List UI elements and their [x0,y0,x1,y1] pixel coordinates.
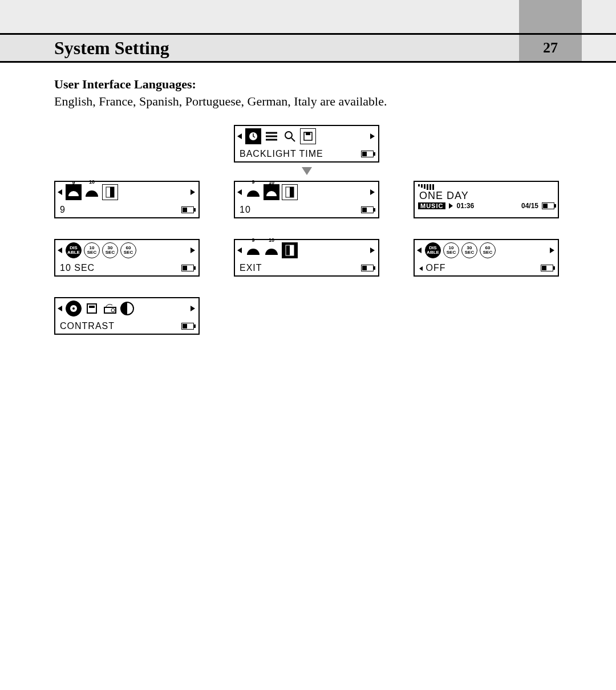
lcd-10sec: DIS ABLE 10 SEC 30 SEC 60 SEC 10 SEC [54,239,200,277]
arrow-left-icon [417,247,423,253]
arrow-left-icon [58,306,63,311]
lcd-label: CONTRAST [60,321,115,331]
arrow-right-icon [370,189,376,195]
battery-icon [361,151,374,157]
svg-rect-4 [306,132,310,135]
arrow-left-icon [58,189,63,195]
60sec-icon: 60 SEC [480,242,496,258]
page-number-text: 27 [543,39,558,56]
page-header: System Setting 27 [0,33,616,63]
battery-icon [542,202,554,209]
arrow-right-icon [191,306,196,311]
arrow-right-icon [370,247,376,253]
battery-icon [361,265,374,271]
page-number: 27 [519,35,582,61]
disable-icon: DIS ABLE [66,242,82,258]
save-icon [300,128,316,144]
brightness-9-icon: 9 [245,242,261,258]
off-arrow-icon [419,266,423,271]
arrow-left-icon [237,247,243,253]
lcd-playback: ONE DAY MUSIC 01:36 04/15 [414,181,559,218]
arrow-right-icon [370,133,376,139]
section-body-text: English, France, Spanish, Portuguese, Ge… [54,94,387,108]
page-body: User Interface Languages: English, Franc… [0,63,616,690]
brightness-9-icon: 9 [245,184,261,200]
lcd-off: DIS ABLE 10 SEC 30 SEC 60 SEC OFF [414,239,559,277]
lcd-diagram-area: BACKLIGHT TIME 9 10 [54,125,562,410]
track-title: ONE DAY [415,190,558,202]
magnifier-icon [282,128,298,144]
arrow-left-icon [237,133,243,139]
disable-icon: DIS ABLE [425,242,441,258]
play-icon [449,203,453,209]
arrow-right-icon [550,247,556,253]
clock-icon [245,128,261,144]
page-title-text: System Setting [54,38,169,59]
music-tag: MUSIC [418,202,445,209]
device-icon [84,301,100,316]
lcd-label: OFF [425,263,445,273]
lcd-backlight-time: BACKLIGHT TIME [234,125,379,163]
door-icon [282,184,298,200]
track-index: 04/15 [521,202,538,210]
page-tab [519,0,582,33]
svg-rect-13 [87,304,96,313]
lcd-label: 10 SEC [60,263,95,273]
battery-icon [181,206,194,213]
section-heading: User Interface Languages: [54,77,562,92]
radio-icon [102,301,118,316]
arrow-right-icon [191,189,196,195]
brightness-10-icon: 10 [264,242,279,258]
lcd-contrast: CONTRAST [54,297,200,335]
lcd-label: EXIT [240,263,262,273]
lcd-label: BACKLIGHT TIME [240,149,323,159]
lcd-label: 10 [240,205,251,215]
svg-rect-8 [290,187,294,197]
arrow-left-icon [237,189,243,195]
10sec-icon: 10 SEC [443,242,459,258]
lcd-value-9: 9 10 9 [54,181,200,218]
svg-line-2 [291,138,295,141]
battery-icon [181,265,194,271]
10sec-icon: 10 SEC [84,242,100,258]
lines-icon [264,128,279,144]
svg-point-12 [72,307,75,310]
battery-icon [541,265,553,271]
60sec-icon: 60 SEC [120,242,136,258]
svg-rect-15 [104,307,116,313]
30sec-icon: 30 SEC [461,242,477,258]
30sec-icon: 30 SEC [102,242,118,258]
brightness-10-icon: 10 [264,184,279,200]
lcd-label: 9 [60,205,66,215]
svg-rect-10 [290,245,294,255]
section-body: English, France, Spanish, Portuguese, Ge… [54,94,562,109]
arrow-right-icon [191,247,196,253]
lcd-value-10: 9 10 10 [234,181,379,218]
section-heading-text: User Interface Languages [54,77,192,91]
svg-point-16 [111,309,115,312]
contrast-icon [120,302,134,315]
arrow-down-icon [302,167,312,175]
arrow-left-icon [58,247,63,253]
lcd-exit: 9 10 EXIT [234,239,379,277]
battery-icon [361,206,374,213]
section-heading-suffix: : [192,77,196,91]
battery-icon [181,323,194,330]
exit-door-icon [282,242,298,258]
play-time: 01:36 [456,202,474,210]
door-icon [102,184,118,200]
volume-bars-icon [415,182,558,190]
svg-point-1 [285,132,292,139]
svg-rect-14 [89,306,95,308]
brightness-10-icon: 10 [84,184,100,200]
page-title: System Setting [0,35,519,61]
disc-icon [66,301,82,316]
svg-rect-6 [110,187,114,197]
brightness-9-icon: 9 [66,184,82,200]
